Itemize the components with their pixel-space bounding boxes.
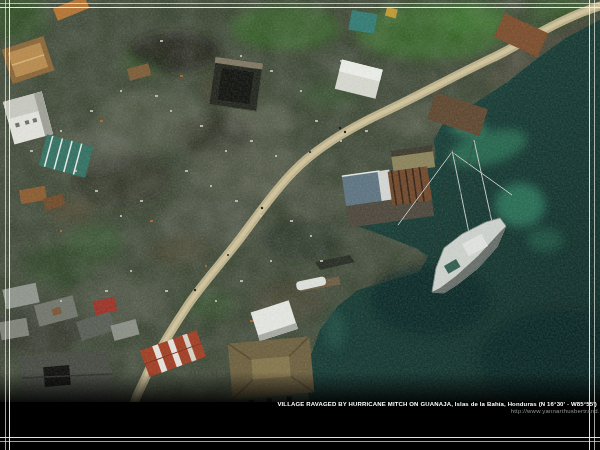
bottom-fade — [0, 372, 600, 404]
caption-band — [0, 402, 600, 450]
aerial-photo — [0, 0, 600, 450]
postcard-image: VILLAGE RAVAGED BY HURRICANE MITCH ON GU… — [0, 0, 600, 450]
photo-scene — [0, 0, 600, 410]
texture-fine — [0, 0, 600, 404]
